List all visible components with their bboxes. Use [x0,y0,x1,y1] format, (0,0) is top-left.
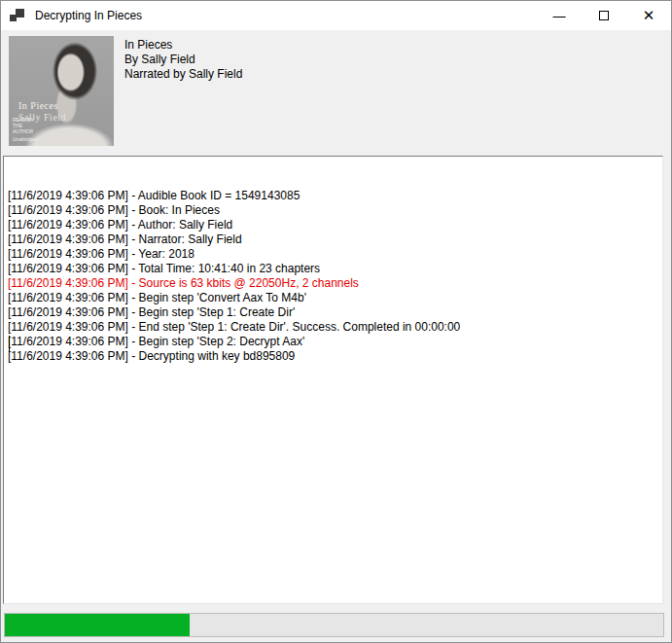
log-line: [11/6/2019 4:39:06 PM] - Decrypting with… [8,349,662,364]
cover-edition-text: Unabridged [13,136,38,142]
text-caret [9,336,10,352]
log-line: [11/6/2019 4:39:06 PM] - Begin step 'Ste… [8,305,662,320]
window-title: Decrypting In Pieces [35,9,142,22]
cover-readby-text: READ BY THE AUTHOR [13,117,42,134]
app-window: Decrypting In Pieces — ✕ In Pieces Sally… [0,0,672,643]
window-controls: — ✕ [537,1,671,30]
minimize-icon: — [553,9,566,23]
log-line: [11/6/2019 4:39:06 PM] - End step 'Step … [8,320,662,335]
app-icon-square-small [10,15,17,21]
log-line: [11/6/2019 4:39:06 PM] - Year: 2018 [8,247,662,262]
book-title: In Pieces [124,38,242,53]
book-narrator: Narrated by Sally Field [124,67,242,82]
app-icon-square-large [16,9,24,18]
book-header: In Pieces Sally Field READ BY THE AUTHOR… [1,30,671,156]
progress-fill [5,614,190,636]
close-icon: ✕ [643,7,655,24]
maximize-icon [599,11,609,20]
close-button[interactable]: ✕ [626,1,671,30]
log-line: [11/6/2019 4:39:06 PM] - Total Time: 10:… [8,262,662,276]
app-icon [10,8,25,23]
log-lines: [11/6/2019 4:39:06 PM] - Audible Book ID… [8,189,662,364]
log-line: [11/6/2019 4:39:06 PM] - Begin step 'Ste… [8,335,662,349]
log-line: [11/6/2019 4:39:06 PM] - Begin step 'Con… [8,291,662,305]
progress-bar [4,613,664,637]
maximize-button[interactable] [582,1,626,30]
book-info: In Pieces By Sally Field Narrated by Sal… [124,38,242,82]
log-line: [11/6/2019 4:39:06 PM] - Book: In Pieces [8,203,662,218]
title-bar[interactable]: Decrypting In Pieces — ✕ [1,1,671,30]
book-cover-image: In Pieces Sally Field READ BY THE AUTHOR… [9,36,114,146]
book-author: By Sally Field [124,53,242,67]
log-line: [11/6/2019 4:39:06 PM] - Author: Sally F… [8,218,662,232]
minimize-button[interactable]: — [537,1,582,30]
cover-title-text: In Pieces [18,100,58,111]
log-line: [11/6/2019 4:39:06 PM] - Source is 63 kb… [8,276,662,291]
log-textbox[interactable]: [11/6/2019 4:39:06 PM] - Audible Book ID… [3,156,663,604]
log-line: [11/6/2019 4:39:06 PM] - Audible Book ID… [8,189,662,203]
log-line: [11/6/2019 4:39:06 PM] - Narrator: Sally… [8,232,662,247]
